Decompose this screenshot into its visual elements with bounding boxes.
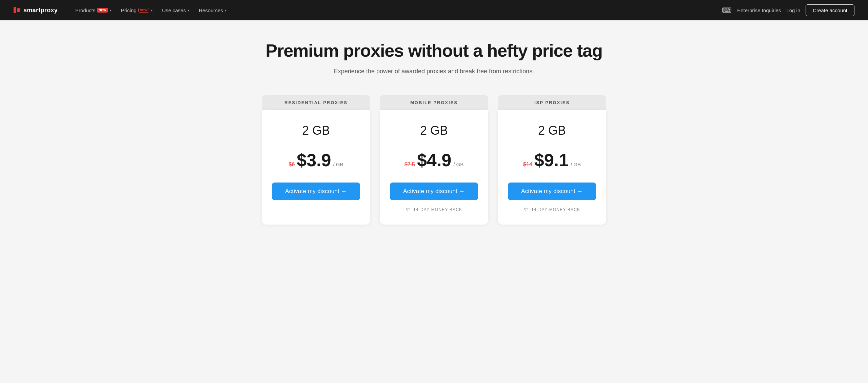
chevron-down-icon-resources: ▾	[225, 8, 226, 12]
old-price-2: $14	[523, 161, 532, 168]
money-back-2: 🛡 14-DAY MONEY-BACK	[524, 207, 580, 212]
card-label-0: RESIDENTIAL PROXIES	[262, 95, 370, 110]
chevron-down-icon-products: ▾	[110, 8, 112, 12]
nav-label-usecases: Use cases	[162, 7, 186, 13]
nav-item-resources[interactable]: Resources ▾	[195, 5, 231, 16]
navbar: smartproxy Products NEW ▾ Pricing NEW ▾ …	[0, 0, 868, 20]
activate-button-1[interactable]: Activate my discount →	[390, 183, 478, 200]
enterprise-link[interactable]: Enterprise Inquiries	[737, 7, 781, 13]
shield-icon-2: 🛡	[524, 207, 529, 212]
card-label-2: ISP PROXIES	[498, 95, 606, 110]
money-back-1: 🛡 14-DAY MONEY-BACK	[406, 207, 462, 212]
chevron-down-icon-pricing: ▾	[151, 8, 153, 12]
pricing-card-wrapper-1: MOBILE PROXIES 2 GB $7.5 $4.9 / GB Activ…	[380, 95, 488, 225]
old-price-1: $7.5	[405, 161, 415, 168]
nav-item-products[interactable]: Products NEW ▾	[71, 5, 116, 16]
logo-bar-1	[14, 7, 16, 13]
logo[interactable]: smartproxy	[14, 7, 58, 14]
main-content: Premium proxies without a hefty price ta…	[0, 20, 868, 252]
nav-badge-products: NEW	[97, 8, 108, 13]
pricing-grid: RESIDENTIAL PROXIES 2 GB $6 $3.9 / GB Ac…	[231, 95, 637, 225]
translate-icon[interactable]: ⌨	[722, 6, 732, 14]
login-link[interactable]: Log in	[786, 7, 800, 13]
activate-button-2[interactable]: Activate my discount →	[508, 183, 596, 200]
pricing-card-wrapper-0: RESIDENTIAL PROXIES 2 GB $6 $3.9 / GB Ac…	[262, 95, 370, 225]
card-label-1: MOBILE PROXIES	[380, 95, 488, 110]
current-price-2: $9.1	[534, 151, 569, 169]
pricing-card-0: 2 GB $6 $3.9 / GB Activate my discount →	[262, 110, 370, 225]
shield-icon-1: 🛡	[406, 207, 411, 212]
activate-button-0[interactable]: Activate my discount →	[272, 183, 360, 200]
nav-label-pricing: Pricing	[121, 7, 137, 13]
page-subtitle: Experience the power of awarded proxies …	[14, 68, 854, 75]
logo-text: smartproxy	[23, 7, 58, 14]
pricing-card-2: 2 GB $14 $9.1 / GB Activate my discount …	[498, 110, 606, 225]
page-title: Premium proxies without a hefty price ta…	[14, 41, 854, 61]
nav-item-pricing[interactable]: Pricing NEW ▾	[117, 5, 157, 16]
nav-label-resources: Resources	[199, 7, 223, 13]
money-back-text-1: 14-DAY MONEY-BACK	[413, 207, 462, 212]
pricing-card-wrapper-2: ISP PROXIES 2 GB $14 $9.1 / GB Activate …	[498, 95, 606, 225]
current-price-0: $3.9	[297, 151, 331, 169]
card-storage-1: 2 GB	[420, 123, 448, 138]
money-back-text-2: 14-DAY MONEY-BACK	[531, 207, 580, 212]
logo-icon	[14, 7, 20, 13]
nav-items: Products NEW ▾ Pricing NEW ▾ Use cases ▾…	[71, 5, 722, 16]
current-price-1: $4.9	[417, 151, 451, 169]
nav-badge-pricing: NEW	[138, 8, 150, 13]
pricing-card-1: 2 GB $7.5 $4.9 / GB Activate my discount…	[380, 110, 488, 225]
old-price-0: $6	[289, 161, 295, 168]
card-storage-0: 2 GB	[302, 123, 330, 138]
create-account-button[interactable]: Create account	[806, 4, 854, 16]
price-row-0: $6 $3.9 / GB	[289, 151, 343, 169]
price-row-2: $14 $9.1 / GB	[523, 151, 581, 169]
logo-bar-2	[17, 8, 20, 12]
chevron-down-icon-usecases: ▾	[188, 8, 189, 12]
nav-label-products: Products	[75, 7, 95, 13]
nav-item-usecases[interactable]: Use cases ▾	[158, 5, 193, 16]
card-storage-2: 2 GB	[538, 123, 566, 138]
nav-right: ⌨ Enterprise Inquiries Log in Create acc…	[722, 4, 854, 16]
per-unit-0: / GB	[333, 161, 343, 167]
per-unit-1: / GB	[453, 161, 463, 167]
price-row-1: $7.5 $4.9 / GB	[405, 151, 463, 169]
per-unit-2: / GB	[571, 161, 581, 167]
